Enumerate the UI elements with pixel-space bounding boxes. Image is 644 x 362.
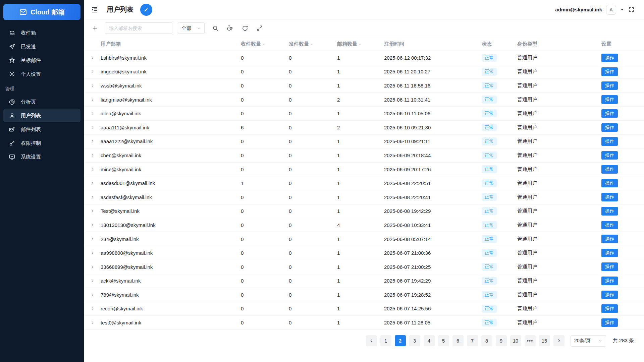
cell-email: Test@skymail.ink bbox=[101, 208, 241, 214]
column-header-sent[interactable]: 发件数量 bbox=[289, 41, 337, 47]
filter-select[interactable]: 全部 bbox=[178, 22, 205, 34]
sidebar-item-mail-list[interactable]: 邮件列表 bbox=[3, 123, 80, 136]
row-action-button[interactable]: 操作 bbox=[601, 95, 618, 104]
avatar[interactable]: A bbox=[606, 5, 616, 15]
cell-sent: 0 bbox=[289, 320, 337, 325]
row-action-button[interactable]: 操作 bbox=[601, 318, 618, 327]
search-input[interactable] bbox=[105, 22, 172, 34]
row-action-button[interactable]: 操作 bbox=[601, 193, 618, 201]
status-badge: 正常 bbox=[482, 82, 497, 90]
row-action-button[interactable]: 操作 bbox=[601, 137, 618, 146]
sidebar-item-monitor[interactable]: 系统设置 bbox=[3, 150, 80, 164]
refresh-icon[interactable] bbox=[241, 24, 249, 32]
cell-sent: 0 bbox=[289, 194, 337, 200]
row-expand-icon[interactable] bbox=[84, 181, 101, 186]
row-expand-icon[interactable] bbox=[84, 55, 101, 60]
cell-sent: 0 bbox=[289, 83, 337, 88]
page-button-9[interactable]: 9 bbox=[496, 335, 507, 346]
timer-upload-icon[interactable] bbox=[226, 24, 234, 32]
row-expand-icon[interactable] bbox=[84, 125, 101, 130]
row-action-button[interactable]: 操作 bbox=[601, 235, 618, 243]
sidebar-item-label: 用户列表 bbox=[21, 113, 41, 119]
row-action-button[interactable]: 操作 bbox=[601, 249, 618, 257]
page-size-select[interactable]: 20条/页 bbox=[571, 335, 606, 347]
table-row: wssb@skymail.ink0012025-06-11 16:58:16正常… bbox=[84, 79, 644, 93]
page-button-7[interactable]: 7 bbox=[467, 335, 478, 346]
row-action-button[interactable]: 操作 bbox=[601, 291, 618, 299]
row-expand-icon[interactable] bbox=[84, 223, 101, 228]
page-button-4[interactable]: 4 bbox=[424, 335, 435, 346]
column-header-mailboxes[interactable]: 邮箱数量 bbox=[337, 41, 384, 47]
row-expand-icon[interactable] bbox=[84, 237, 101, 242]
row-action-button[interactable]: 操作 bbox=[601, 207, 618, 216]
row-action-button[interactable]: 操作 bbox=[601, 109, 618, 118]
page-button-5[interactable]: 5 bbox=[438, 335, 449, 346]
row-action-button[interactable]: 操作 bbox=[601, 81, 618, 90]
row-action-button[interactable]: 操作 bbox=[601, 67, 618, 76]
row-expand-icon[interactable] bbox=[84, 153, 101, 158]
sidebar-item-gear[interactable]: 个人设置 bbox=[3, 67, 80, 81]
row-expand-icon[interactable] bbox=[84, 250, 101, 255]
row-action-button[interactable]: 操作 bbox=[601, 151, 618, 160]
edit-button[interactable] bbox=[140, 4, 152, 16]
row-expand-icon[interactable] bbox=[84, 208, 101, 214]
search-icon[interactable] bbox=[211, 24, 219, 32]
sort-chevron-icon[interactable] bbox=[358, 42, 362, 46]
collapse-sidebar-icon[interactable] bbox=[91, 6, 99, 14]
row-action-button[interactable]: 操作 bbox=[601, 221, 618, 230]
row-expand-icon[interactable] bbox=[84, 139, 101, 144]
cell-status: 正常 bbox=[482, 193, 517, 201]
row-action-button[interactable]: 操作 bbox=[601, 304, 618, 313]
sidebar-item-key[interactable]: 权限控制 bbox=[3, 136, 80, 150]
cell-action: 操作 bbox=[601, 291, 644, 299]
expand-icon[interactable] bbox=[256, 24, 264, 32]
next-page-button[interactable] bbox=[553, 335, 565, 346]
page-button-8[interactable]: 8 bbox=[481, 335, 492, 346]
row-expand-icon[interactable] bbox=[84, 97, 101, 102]
page-button-1[interactable]: 1 bbox=[380, 335, 391, 346]
page-button-10[interactable]: 10 bbox=[510, 335, 521, 346]
sidebar-item-star[interactable]: 星标邮件 bbox=[3, 54, 80, 67]
sidebar-item-pie[interactable]: 分析页 bbox=[3, 95, 80, 109]
page-button-6[interactable]: 6 bbox=[452, 335, 464, 346]
row-action-button[interactable]: 操作 bbox=[601, 262, 618, 271]
page-button-2[interactable]: 2 bbox=[395, 335, 406, 346]
row-action-button[interactable]: 操作 bbox=[601, 179, 618, 188]
row-action-button[interactable]: 操作 bbox=[601, 165, 618, 174]
cell-sent: 0 bbox=[289, 153, 337, 158]
cell-sent: 0 bbox=[289, 292, 337, 298]
prev-page-button[interactable] bbox=[366, 335, 377, 346]
row-expand-icon[interactable] bbox=[84, 195, 101, 200]
chevron-down-icon[interactable] bbox=[620, 8, 624, 12]
row-expand-icon[interactable] bbox=[84, 83, 101, 88]
page-ellipsis-button[interactable]: ••• bbox=[525, 335, 536, 346]
add-user-icon[interactable] bbox=[91, 24, 99, 33]
row-expand-icon[interactable] bbox=[84, 278, 101, 283]
sidebar-item-label: 已发送 bbox=[21, 44, 36, 50]
row-action-button[interactable]: 操作 bbox=[601, 123, 618, 132]
sort-chevron-icon[interactable] bbox=[310, 42, 314, 46]
brand-button[interactable]: Cloud 邮箱 bbox=[3, 4, 80, 20]
fullscreen-icon[interactable] bbox=[628, 6, 635, 13]
sidebar-item-inbox[interactable]: 收件箱 bbox=[3, 26, 80, 40]
row-expand-icon[interactable] bbox=[84, 69, 101, 74]
cell-role: 普通用户 bbox=[517, 138, 601, 144]
monitor-icon bbox=[9, 154, 15, 160]
cell-role: 普通用户 bbox=[517, 278, 601, 284]
row-expand-icon[interactable] bbox=[84, 292, 101, 297]
row-expand-icon[interactable] bbox=[84, 167, 101, 172]
sidebar-item-send[interactable]: 已发送 bbox=[3, 40, 80, 53]
page-button-15[interactable]: 15 bbox=[539, 335, 550, 346]
cell-received: 0 bbox=[241, 83, 289, 88]
row-expand-icon[interactable] bbox=[84, 111, 101, 116]
table-row: recon@skymail.ink0012025-06-07 14:25:56正… bbox=[84, 302, 644, 316]
column-header-received[interactable]: 收件数量 bbox=[241, 41, 289, 47]
row-action-button[interactable]: 操作 bbox=[601, 277, 618, 285]
row-expand-icon[interactable] bbox=[84, 264, 101, 269]
row-expand-icon[interactable] bbox=[84, 306, 101, 311]
page-button-3[interactable]: 3 bbox=[409, 335, 420, 346]
sort-chevron-icon[interactable] bbox=[262, 42, 266, 46]
row-action-button[interactable]: 操作 bbox=[601, 54, 618, 62]
sidebar-item-user[interactable]: 用户列表 bbox=[3, 109, 80, 122]
row-expand-icon[interactable] bbox=[84, 320, 101, 325]
